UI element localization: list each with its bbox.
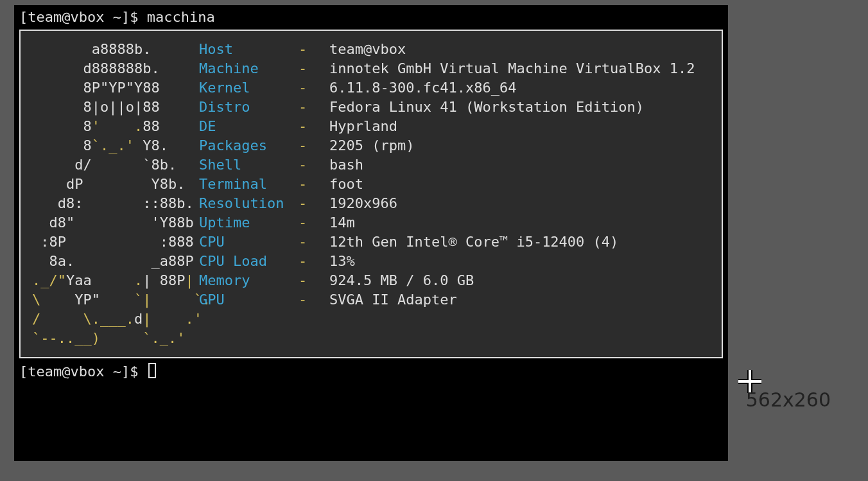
info-separator: -: [299, 40, 329, 59]
info-separator: -: [299, 175, 329, 194]
info-separator: -: [299, 194, 329, 213]
info-value: foot: [329, 175, 710, 194]
info-separator: -: [299, 271, 329, 290]
info-label: CPU Load: [199, 252, 299, 271]
info-label: GPU: [199, 290, 299, 310]
ascii-art-line: 8`._.' Y8.: [32, 136, 199, 155]
terminal-window[interactable]: [team@vbox ~]$ macchina a8888b. Host - t…: [14, 5, 728, 461]
ascii-art-line: 8|o||o|88: [32, 98, 199, 117]
info-value: 924.5 MB / 6.0 GB: [329, 271, 710, 290]
info-label: Packages: [199, 136, 299, 155]
info-value: SVGA II Adapter: [329, 290, 710, 310]
ascii-art-line: d888888b.: [32, 59, 199, 78]
info-label: Distro: [199, 98, 299, 117]
ascii-art-line: 8' .88: [32, 117, 199, 136]
info-separator: -: [299, 78, 329, 98]
ascii-art-line: :8P :888: [32, 232, 199, 252]
info-separator: -: [299, 213, 329, 232]
info-label: Host: [199, 40, 299, 59]
info-label: Uptime: [199, 213, 299, 232]
info-value: innotek GmbH Virtual Machine VirtualBox …: [329, 59, 710, 78]
prompt-line-1: [team@vbox ~]$ macchina: [19, 8, 723, 27]
info-label: Machine: [199, 59, 299, 78]
ascii-art-line: 8P"YP"Y88: [32, 78, 199, 98]
info-value: 6.11.8-300.fc41.x86_64: [329, 78, 710, 98]
info-label: Resolution: [199, 194, 299, 213]
info-separator: -: [299, 59, 329, 78]
info-value: 2205 (rpm): [329, 136, 710, 155]
info-separator: -: [299, 155, 329, 175]
cursor-icon: [148, 363, 156, 378]
info-separator: -: [299, 232, 329, 252]
info-value: team@vbox: [329, 40, 710, 59]
ascii-art-line: / \.___.d| .': [32, 310, 199, 329]
info-value: Fedora Linux 41 (Workstation Edition): [329, 98, 710, 117]
info-label: DE: [199, 117, 299, 136]
info-separator: -: [299, 252, 329, 271]
info-value: 13%: [329, 252, 710, 271]
ascii-art-line: d8: ::88b.: [32, 194, 199, 213]
ascii-art-line: \ YP" `| `.: [32, 290, 199, 310]
info-value: 1920x966: [329, 194, 710, 213]
ascii-art-line: `--..__) `._.': [32, 329, 199, 348]
info-separator: -: [299, 98, 329, 117]
info-label: Shell: [199, 155, 299, 175]
ascii-art-line: ._/"Yaa .| 88P|: [32, 271, 199, 290]
info-label: Terminal: [199, 175, 299, 194]
ascii-art-line: dP Y8b.: [32, 175, 199, 194]
prompt-text: [team@vbox ~]$: [19, 363, 147, 380]
ascii-art-line: a8888b.: [32, 40, 199, 59]
ascii-art-line: d8" 'Y88b: [32, 213, 199, 232]
info-separator: -: [299, 136, 329, 155]
prompt-line-2[interactable]: [team@vbox ~]$: [19, 362, 723, 381]
ascii-art-line: 8a. _a88P: [32, 252, 199, 271]
info-label: Memory: [199, 271, 299, 290]
info-value: bash: [329, 155, 710, 175]
info-separator: -: [299, 290, 329, 310]
macchina-output-box: a8888b. Host - team@vbox d888888b. Machi…: [19, 30, 723, 358]
info-separator: -: [299, 117, 329, 136]
info-value: Hyprland: [329, 117, 710, 136]
selection-size-overlay: 562x260: [746, 390, 831, 410]
info-label: CPU: [199, 232, 299, 252]
info-value: 12th Gen Intel® Core™ i5-12400 (4): [329, 232, 710, 252]
info-label: Kernel: [199, 78, 299, 98]
info-value: 14m: [329, 213, 710, 232]
ascii-art-line: d/ `8b.: [32, 155, 199, 175]
